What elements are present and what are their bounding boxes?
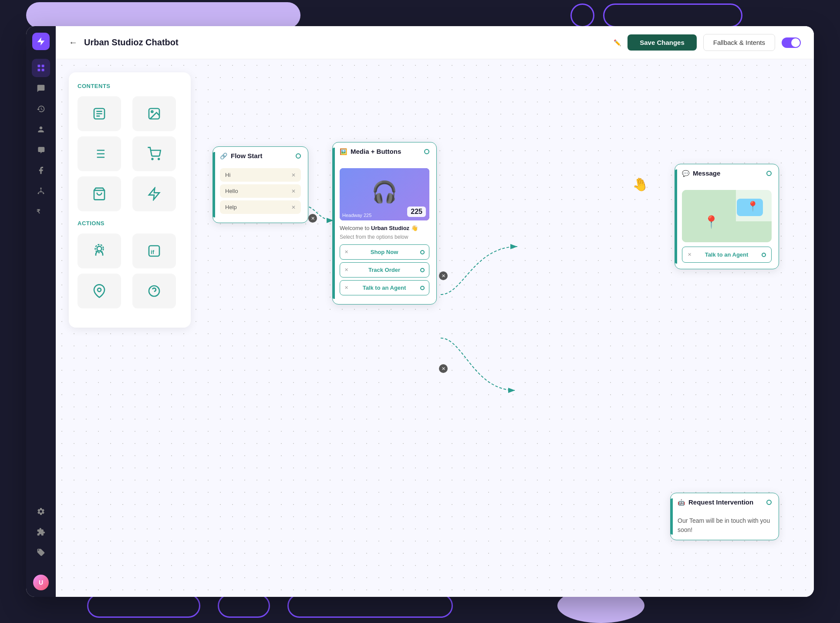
flow-start-connector[interactable] [296,153,301,159]
condition-action-item[interactable]: if [132,234,176,268]
sub-text: Select from the options below [340,234,429,240]
sidebar-item-contacts[interactable] [32,120,50,139]
cart-block-item[interactable] [132,136,176,171]
headphones-emoji: 🎧 [371,180,398,204]
sidebar-item-integrations[interactable] [32,182,50,200]
shop-now-btn[interactable]: ✕ Shop Now [340,244,429,260]
svg-text:if: if [151,249,155,255]
product-name: Headway 225 [342,213,371,218]
bottom-oval-small [218,594,270,618]
sidebar-logo[interactable] [32,33,50,50]
canvas: CONTENTS [56,59,814,597]
intervention-connector[interactable] [766,500,772,505]
intervention-icon: 🤖 [678,499,685,506]
location-action-item[interactable] [78,274,121,308]
media-icon: 🖼️ [340,148,347,155]
message-body: 📍 📍 ✕ Talk to an Agent [675,182,779,269]
trigger-help-delete[interactable]: ✕ [291,204,296,210]
user-avatar[interactable]: U [33,575,49,590]
intervention-title: Request Intervention [688,498,753,506]
media-title: Media + Buttons [351,148,401,155]
sidebar-item-billing[interactable]: ₹ [32,202,50,220]
talk-agent-connector[interactable] [420,286,425,290]
quick-block-item[interactable] [132,176,176,211]
contents-grid [78,96,182,211]
svg-rect-2 [38,69,40,71]
list-block-item[interactable] [78,136,121,171]
shop-now-connector[interactable] [420,250,425,254]
svg-point-10 [151,111,153,112]
contents-panel: CONTENTS [69,72,191,328]
media-block-item[interactable] [132,96,176,131]
brand-name: Urban Studioz [371,225,409,231]
node-bar-message [675,169,677,264]
track-order-x[interactable]: ✕ [344,267,348,273]
actions-label: ACTIONS [78,220,182,227]
product-image: 🎧 Headway 225 225 [340,168,429,220]
welcome-text: Welcome to Urban Studioz 👋 [340,225,429,231]
sidebar-item-messages[interactable] [32,79,50,98]
question-action-item[interactable] [132,274,176,308]
svg-point-6 [43,193,44,194]
svg-point-12 [158,159,159,160]
track-order-btn[interactable]: ✕ Track Order [340,262,429,278]
svg-point-11 [152,159,153,160]
message-header: 💬 Message [675,164,779,182]
agent-action-item[interactable] [78,234,121,268]
map-roads [682,190,772,242]
sidebar-item-history[interactable] [32,100,50,118]
talk-agent-x[interactable]: ✕ [344,285,348,291]
msg-talk-x[interactable]: ✕ [688,252,692,257]
shop-now-label: Shop Now [348,249,420,255]
toggle-switch[interactable] [782,37,801,48]
top-oval-left [26,2,300,28]
edit-icon[interactable]: ✏️ [614,39,621,46]
actions-grid: if [78,234,182,308]
svg-point-4 [40,188,41,189]
save-button[interactable]: Save Changes [627,34,697,51]
delete-badge-2[interactable]: ✕ [439,271,448,280]
sidebar-item-facebook[interactable] [32,161,50,179]
talk-agent-btn[interactable]: ✕ Talk to an Agent [340,280,429,295]
trigger-help: Help ✕ [220,200,301,214]
flow-start-title: Flow Start [231,152,263,159]
sidebar-item-settings[interactable] [32,502,50,521]
svg-rect-1 [42,65,44,68]
msg-talk-connector[interactable] [762,253,766,257]
back-button[interactable]: ← [69,37,78,47]
media-body: 🎧 Headway 225 225 Welcome to Urban Studi… [333,160,436,304]
intervention-body: Our Team will be in touch with you soon! [671,511,779,540]
header: ← Urban Studioz Chatbot ✏️ Save Changes … [56,26,814,59]
trigger-hi-delete[interactable]: ✕ [291,172,296,178]
track-order-label: Track Order [348,267,420,273]
msg-talk-label: Talk to an Agent [692,251,762,258]
track-order-connector[interactable] [420,268,425,272]
flow-start-header: 🔗 Flow Start [213,147,308,165]
media-header: 🖼️ Media + Buttons [333,142,436,160]
fallback-button[interactable]: Fallback & Intents [703,34,775,51]
map-pin-primary: 📍 [704,215,719,229]
intervention-node: 🤖 Request Intervention Our Team will be … [670,493,779,540]
intervention-header: 🤖 Request Intervention [671,493,779,511]
trigger-hello: Hello ✕ [220,184,301,198]
bottom-oval-xlarge [287,594,453,618]
message-node: 💬 Message 📍 📍 ✕ Talk to an Ag [675,164,779,269]
media-connector[interactable] [424,149,429,154]
text-block-item[interactable] [78,96,121,131]
media-node: 🖼️ Media + Buttons 🎧 Headway 225 225 Wel… [332,142,437,305]
shop-now-x[interactable]: ✕ [344,249,348,255]
cart2-block-item[interactable] [78,176,121,211]
sidebar-item-campaigns[interactable] [32,141,50,159]
flow-start-node: 🔗 Flow Start Hi ✕ Hello ✕ Help ✕ [213,146,308,223]
sidebar-item-dashboard[interactable] [32,59,50,77]
delete-badge-1[interactable]: ✕ [308,214,317,223]
delete-badge-3[interactable]: ✕ [439,364,448,373]
trigger-hello-delete[interactable]: ✕ [291,188,296,194]
contents-label: CONTENTS [78,83,182,89]
flow-start-body: Hi ✕ Hello ✕ Help ✕ [213,165,308,223]
sidebar-item-extensions[interactable] [32,523,50,541]
sidebar-item-tags[interactable] [32,543,50,562]
message-talk-agent-btn[interactable]: ✕ Talk to an Agent [682,247,772,263]
message-connector[interactable] [766,171,772,176]
svg-rect-3 [42,69,44,71]
